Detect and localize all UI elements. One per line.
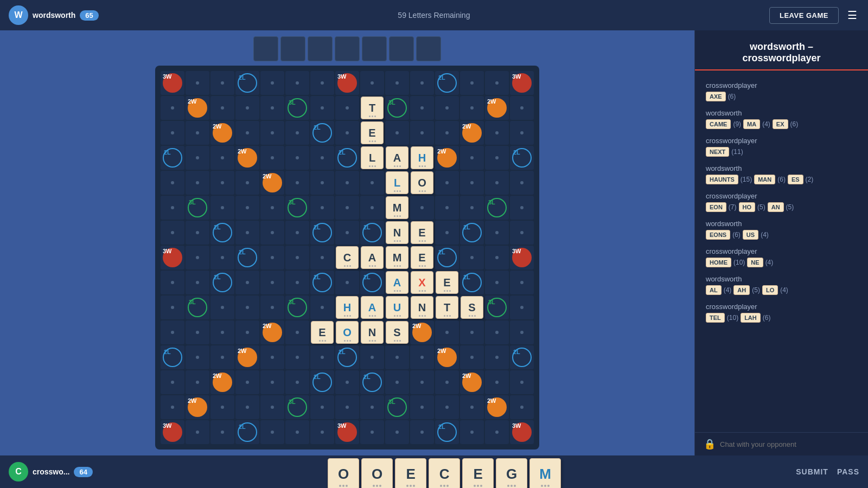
cell-5-0[interactable] (161, 196, 184, 220)
cell-13-13[interactable]: 2W (485, 395, 509, 419)
cell-0-0[interactable]: 3W (161, 71, 184, 95)
cell-1-14[interactable] (510, 96, 534, 120)
cell-10-4[interactable]: 2W (260, 320, 284, 344)
cell-14-12[interactable] (460, 420, 484, 444)
tile-2-8[interactable]: E (361, 121, 384, 144)
cell-8-12[interactable]: 2L (460, 271, 484, 294)
cell-13-8[interactable] (360, 395, 384, 419)
cell-9-1[interactable]: 3L (186, 296, 209, 319)
menu-icon[interactable]: ☰ (845, 7, 859, 24)
tile-1-8[interactable]: T (361, 97, 384, 119)
tile-8-9[interactable]: A (386, 271, 409, 294)
cell-3-5[interactable] (285, 146, 309, 170)
cell-0-3[interactable]: 2L (235, 71, 259, 95)
cell-10-6[interactable]: E (310, 320, 334, 344)
cell-14-0[interactable]: 3W (161, 420, 184, 444)
cell-12-14[interactable] (510, 370, 534, 394)
cell-4-8[interactable] (360, 171, 384, 195)
cell-14-10[interactable] (410, 420, 434, 444)
tile-10-8[interactable]: N (361, 321, 384, 344)
cell-3-2[interactable] (210, 146, 234, 170)
cell-12-6[interactable]: 2L (310, 370, 334, 394)
cell-1-12[interactable] (460, 96, 484, 120)
cell-11-9[interactable] (385, 345, 409, 369)
cell-10-12[interactable] (460, 320, 484, 344)
cell-4-10[interactable]: O (410, 171, 434, 195)
cell-4-13[interactable] (485, 171, 509, 195)
cell-2-12[interactable]: 2W (460, 121, 484, 145)
cell-12-10[interactable] (410, 370, 434, 394)
cell-11-10[interactable] (410, 345, 434, 369)
cell-0-12[interactable] (460, 71, 484, 95)
cell-7-7[interactable]: C (335, 246, 359, 269)
cell-13-11[interactable] (435, 395, 459, 419)
cell-4-11[interactable] (435, 171, 459, 195)
cell-0-5[interactable] (285, 71, 309, 95)
cell-4-2[interactable] (210, 171, 234, 195)
cell-11-5[interactable] (285, 345, 309, 369)
cell-5-11[interactable] (435, 196, 459, 220)
cell-8-2[interactable]: 2L (210, 271, 234, 294)
cell-1-5[interactable]: 3L (285, 96, 309, 120)
cell-10-11[interactable] (435, 320, 459, 344)
cell-6-9[interactable]: N (385, 221, 409, 245)
cell-7-12[interactable] (460, 246, 484, 269)
cell-6-4[interactable] (260, 221, 284, 245)
cell-13-3[interactable] (235, 395, 259, 419)
cell-14-8[interactable] (360, 420, 384, 444)
cell-5-6[interactable] (310, 196, 334, 220)
cell-5-8[interactable] (360, 196, 384, 220)
cell-8-14[interactable] (510, 271, 534, 294)
tile-7-8[interactable]: A (361, 246, 384, 269)
cell-2-6[interactable]: 2L (310, 121, 334, 145)
cell-10-0[interactable] (161, 320, 184, 344)
cell-7-3[interactable]: 2L (235, 246, 259, 269)
cell-4-6[interactable] (310, 171, 334, 195)
tile-8-11[interactable]: E (436, 271, 458, 294)
cell-12-5[interactable] (285, 370, 309, 394)
cell-10-13[interactable] (485, 320, 509, 344)
cell-8-1[interactable] (186, 271, 209, 294)
tile-9-7[interactable]: H (336, 296, 359, 319)
cell-9-5[interactable]: 3L (285, 296, 309, 319)
cell-2-2[interactable]: 2W (210, 121, 234, 145)
cell-0-4[interactable] (260, 71, 284, 95)
cell-13-1[interactable]: 2W (186, 395, 209, 419)
cell-3-6[interactable] (310, 146, 334, 170)
cell-3-8[interactable]: L (360, 146, 384, 170)
cell-1-2[interactable] (210, 96, 234, 120)
cell-3-9[interactable]: A (385, 146, 409, 170)
cell-9-14[interactable] (510, 296, 534, 319)
cell-1-6[interactable] (310, 96, 334, 120)
cell-5-1[interactable]: 3L (186, 196, 209, 220)
cell-0-10[interactable] (410, 71, 434, 95)
cell-4-14[interactable] (510, 171, 534, 195)
cell-5-7[interactable] (335, 196, 359, 220)
tile-3-10[interactable]: H (411, 146, 433, 169)
cell-14-14[interactable]: 3W (510, 420, 534, 444)
cell-11-13[interactable] (485, 345, 509, 369)
cell-3-4[interactable] (260, 146, 284, 170)
cell-0-1[interactable] (186, 71, 209, 95)
tile-3-9[interactable]: A (386, 146, 409, 169)
cell-9-3[interactable] (235, 296, 259, 319)
cell-0-2[interactable] (210, 71, 234, 95)
cell-5-9[interactable]: M (385, 196, 409, 220)
cell-7-1[interactable] (186, 246, 209, 269)
pass-button[interactable]: PASS (837, 467, 859, 476)
cell-4-5[interactable] (285, 171, 309, 195)
cell-10-2[interactable] (210, 320, 234, 344)
cell-1-4[interactable] (260, 96, 284, 120)
tile-3-8[interactable]: L (361, 146, 384, 169)
cell-9-7[interactable]: H (335, 296, 359, 319)
cell-12-11[interactable] (435, 370, 459, 394)
cell-1-13[interactable]: 2W (485, 96, 509, 120)
cell-11-11[interactable]: 2W (435, 345, 459, 369)
cell-9-4[interactable] (260, 296, 284, 319)
cell-8-3[interactable] (235, 271, 259, 294)
cell-13-12[interactable] (460, 395, 484, 419)
cell-12-2[interactable]: 2W (210, 370, 234, 394)
cell-4-12[interactable] (460, 171, 484, 195)
tile-9-10[interactable]: N (411, 296, 433, 319)
tile-6-10[interactable]: E (411, 221, 433, 244)
